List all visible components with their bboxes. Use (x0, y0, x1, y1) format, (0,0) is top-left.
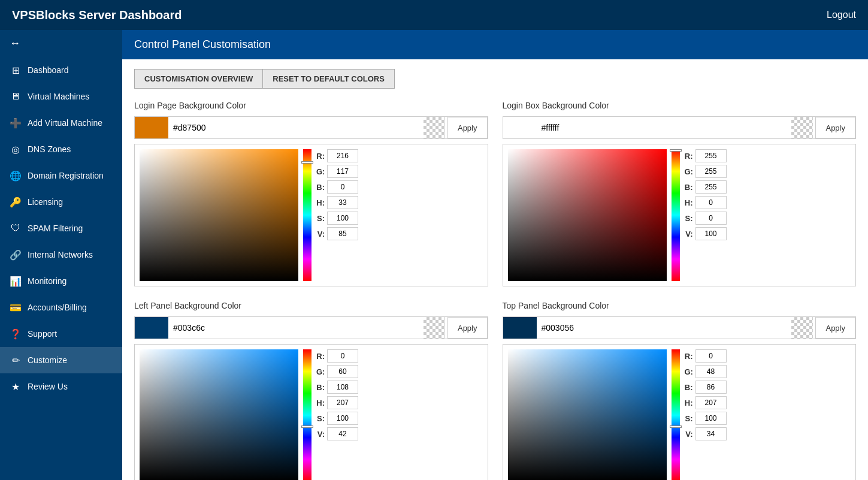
sidebar-toggle[interactable]: ↔ (0, 30, 122, 57)
apply-button-login-box-bg[interactable]: Apply (815, 117, 855, 138)
h-input-login-bg[interactable] (327, 196, 358, 209)
g-label-top-panel-bg: G: (685, 367, 693, 376)
sidebar-item-monitoring[interactable]: 📊 Monitoring (0, 268, 122, 294)
s-input-left-panel-bg[interactable] (327, 412, 358, 425)
h-input-login-box-bg[interactable] (695, 196, 727, 209)
v-input-top-panel-bg[interactable] (695, 427, 727, 440)
color-canvas-login-bg[interactable] (140, 149, 298, 281)
sidebar-item-virtual-machines[interactable]: 🖥 Virtual Machines (0, 83, 122, 110)
b-label-left-panel-bg: B: (316, 383, 325, 392)
b-input-login-bg[interactable] (327, 180, 358, 194)
sidebar-item-label: DNS Zones (28, 144, 71, 154)
h-input-top-panel-bg[interactable] (695, 396, 727, 409)
color-section-login-bg: Login Page Background ColorApplyR:G:B:H:… (134, 101, 488, 286)
sidebar-item-dns-zones[interactable]: ◎ DNS Zones (0, 136, 122, 162)
v-label-login-box-bg: V: (685, 230, 693, 239)
sidebar-item-internal-networks[interactable]: 🔗 Internal Networks (0, 241, 122, 268)
b-input-login-box-bg[interactable] (695, 180, 727, 194)
r-row-login-box-bg: R: (685, 149, 727, 162)
v-label-left-panel-bg: V: (316, 430, 325, 439)
color-swatch-login-box-bg[interactable] (503, 117, 537, 138)
transparent-button-top-panel-bg[interactable] (791, 317, 813, 339)
sidebar-item-customize[interactable]: ✏ Customize (0, 347, 122, 373)
r-label-login-bg: R: (316, 152, 325, 161)
s-input-top-panel-bg[interactable] (695, 412, 727, 425)
add-vm-icon: ➕ (10, 117, 22, 129)
b-label-login-box-bg: B: (685, 183, 693, 192)
g-input-left-panel-bg[interactable] (327, 365, 358, 378)
g-row-top-panel-bg: G: (685, 365, 727, 378)
v-input-left-panel-bg[interactable] (327, 427, 358, 440)
color-section-left-panel-bg: Left Panel Background ColorApplyR:G:B:H:… (134, 301, 488, 480)
sidebar-item-dashboard[interactable]: ⊞ Dashboard (0, 57, 122, 83)
sidebar-item-label: Virtual Machines (28, 92, 89, 101)
b-input-left-panel-bg[interactable] (327, 381, 358, 394)
transparent-button-login-box-bg[interactable] (791, 117, 813, 138)
color-swatch-login-bg[interactable] (135, 117, 168, 138)
g-input-login-bg[interactable] (327, 165, 358, 178)
v-input-login-bg[interactable] (327, 227, 358, 240)
color-swatch-left-panel-bg[interactable] (135, 317, 168, 339)
color-hex-input-left-panel-bg[interactable] (168, 319, 424, 336)
s-input-login-box-bg[interactable] (695, 212, 727, 225)
sidebar-item-add-virtual-machine[interactable]: ➕ Add Virtual Machine (0, 110, 122, 136)
apply-button-left-panel-bg[interactable]: Apply (447, 317, 488, 339)
topbar: VPSBlocks Server Dashboard Logout (0, 0, 868, 30)
sidebar-item-spam-filtering[interactable]: 🛡 SPAM Filtering (0, 215, 122, 241)
color-canvas-top-panel-bg[interactable] (508, 349, 667, 480)
sidebar-item-domain-registration[interactable]: 🌐 Domain Registration (0, 162, 122, 189)
transparent-button-login-bg[interactable] (424, 117, 445, 138)
apply-button-login-bg[interactable]: Apply (447, 117, 488, 138)
apply-button-top-panel-bg[interactable]: Apply (815, 317, 855, 339)
color-hex-input-top-panel-bg[interactable] (537, 319, 792, 336)
sidebar-item-support[interactable]: ❓ Support (0, 321, 122, 347)
color-grid: Login Page Background ColorApplyR:G:B:H:… (134, 101, 856, 480)
b-input-top-panel-bg[interactable] (695, 381, 727, 394)
sidebar-item-label: Domain Registration (28, 171, 104, 180)
s-label-login-bg: S: (316, 214, 325, 223)
networks-icon: 🔗 (10, 249, 22, 261)
g-input-top-panel-bg[interactable] (695, 365, 727, 378)
color-input-row-left-panel-bg: Apply (134, 316, 488, 339)
sidebar-item-licensing[interactable]: 🔑 Licensing (0, 189, 122, 215)
r-input-left-panel-bg[interactable] (327, 349, 358, 363)
r-input-login-box-bg[interactable] (695, 149, 727, 162)
s-row-login-bg: S: (316, 212, 358, 225)
color-input-row-login-bg: Apply (134, 116, 488, 139)
v-input-login-box-bg[interactable] (695, 227, 727, 240)
hue-bar-login-box-bg[interactable] (672, 149, 680, 281)
r-input-login-bg[interactable] (327, 149, 358, 162)
reset-to-default-button[interactable]: RESET TO DEFAULT COLORS (262, 69, 395, 89)
v-row-top-panel-bg: V: (685, 427, 727, 440)
r-input-top-panel-bg[interactable] (695, 349, 727, 363)
sidebar-item-label: Monitoring (28, 276, 66, 286)
v-label-login-bg: V: (316, 230, 325, 239)
sidebar-item-accounts-billing[interactable]: 💳 Accounts/Billing (0, 294, 122, 321)
g-row-login-bg: G: (316, 165, 358, 178)
r-row-left-panel-bg: R: (316, 349, 358, 363)
r-row-login-bg: R: (316, 149, 358, 162)
s-input-login-bg[interactable] (327, 212, 358, 225)
color-hex-input-login-bg[interactable] (168, 119, 424, 136)
hue-bar-login-bg[interactable] (303, 149, 311, 281)
color-section-top-panel-bg: Top Panel Background ColorApplyR:G:B:H:S… (503, 301, 857, 480)
content-area: Control Panel Customisation CUSTOMISATIO… (122, 30, 868, 480)
logout-button[interactable]: Logout (827, 10, 856, 20)
sidebar-item-review-us[interactable]: ★ Review Us (0, 373, 122, 400)
color-swatch-top-panel-bg[interactable] (503, 317, 537, 339)
r-row-top-panel-bg: R: (685, 349, 727, 363)
g-label-left-panel-bg: G: (316, 367, 325, 376)
customisation-overview-button[interactable]: CUSTOMISATION OVERVIEW (134, 69, 262, 89)
h-input-left-panel-bg[interactable] (327, 396, 358, 409)
support-icon: ❓ (10, 328, 22, 340)
hue-bar-top-panel-bg[interactable] (672, 349, 680, 480)
color-picker-widget-login-box-bg: R:G:B:H:S:V: (503, 144, 857, 286)
color-hex-input-login-box-bg[interactable] (537, 119, 792, 136)
transparent-button-left-panel-bg[interactable] (424, 317, 445, 339)
hue-bar-left-panel-bg[interactable] (303, 349, 311, 480)
s-label-login-box-bg: S: (685, 214, 693, 223)
color-canvas-left-panel-bg[interactable] (140, 349, 298, 480)
v-label-top-panel-bg: V: (685, 430, 693, 439)
g-input-login-box-bg[interactable] (695, 165, 727, 178)
color-canvas-login-box-bg[interactable] (508, 149, 667, 281)
